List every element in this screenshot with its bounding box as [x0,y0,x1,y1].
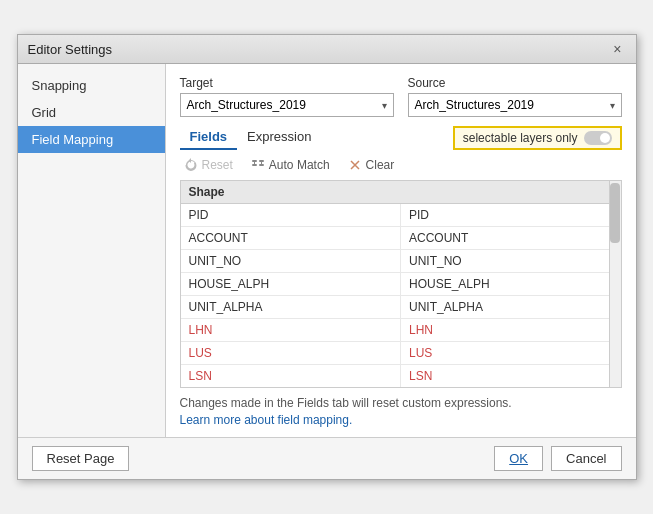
sidebar-item-field-mapping[interactable]: Field Mapping [18,126,165,153]
table-row: UNIT_ALPHA UNIT_ALPHA [181,296,621,319]
table-row: LSN LSN [181,365,621,387]
table-row: LHN LHN [181,319,621,342]
sidebar-item-grid[interactable]: Grid [18,99,165,126]
reset-button[interactable]: Reset [180,156,237,174]
table-cell-right-0: PID [400,204,621,226]
clear-button[interactable]: Clear [344,156,399,174]
table-row: HOUSE_ALPH HOUSE_ALPH [181,273,621,296]
footer-right: OK Cancel [494,446,621,471]
field-table: Shape PID PID ACCOUNT ACCOUNT UNIT_NO UN… [180,180,622,388]
table-cell-right-1: ACCOUNT [400,227,621,249]
table-cell-right-2: UNIT_NO [400,250,621,272]
title-bar: Editor Settings × [18,35,636,64]
tabs: Fields Expression [180,125,322,150]
close-button[interactable]: × [609,41,625,57]
source-dropdown[interactable]: Arch_Structures_2019 ▾ [408,93,622,117]
table-scroll[interactable]: PID PID ACCOUNT ACCOUNT UNIT_NO UNIT_NO … [181,204,621,387]
footer-left: Reset Page [32,446,130,471]
target-value: Arch_Structures_2019 [187,98,306,112]
table-cell-left-6: LUS [181,342,401,364]
scrollbar-track [609,181,621,387]
table-row: LUS LUS [181,342,621,365]
table-cell-left-3: HOUSE_ALPH [181,273,401,295]
sidebar: Snapping Grid Field Mapping [18,64,166,437]
table-cell-left-4: UNIT_ALPHA [181,296,401,318]
tab-expression[interactable]: Expression [237,125,321,150]
auto-match-button[interactable]: Auto Match [247,156,334,174]
selectable-label: selectable layers only [463,131,578,145]
svg-rect-3 [259,164,264,166]
table-header: Shape [181,181,621,204]
target-group: Target Arch_Structures_2019 ▾ [180,76,394,117]
cancel-button[interactable]: Cancel [551,446,621,471]
source-group: Source Arch_Structures_2019 ▾ [408,76,622,117]
sidebar-item-snapping[interactable]: Snapping [18,72,165,99]
svg-rect-0 [252,160,257,162]
selectable-toggle[interactable] [584,131,612,145]
tab-fields[interactable]: Fields [180,125,238,150]
table-cell-right-6: LUS [400,342,621,364]
table-cell-left-5: LHN [181,319,401,341]
scrollbar-thumb[interactable] [610,183,620,243]
info-text: Changes made in the Fields tab will rese… [180,396,622,410]
table-cell-right-7: LSN [400,365,621,387]
table-cell-right-3: HOUSE_ALPH [400,273,621,295]
source-dropdown-arrow: ▾ [610,100,615,111]
dialog-footer: Reset Page OK Cancel [18,437,636,479]
table-cell-left-7: LSN [181,365,401,387]
main-content: Target Arch_Structures_2019 ▾ Source Arc… [166,64,636,437]
editor-settings-dialog: Editor Settings × Snapping Grid Field Ma… [17,34,637,480]
table-cell-left-1: ACCOUNT [181,227,401,249]
dialog-title: Editor Settings [28,42,113,57]
reset-icon [184,158,198,172]
svg-rect-1 [252,164,257,166]
target-source-row: Target Arch_Structures_2019 ▾ Source Arc… [180,76,622,117]
target-dropdown[interactable]: Arch_Structures_2019 ▾ [180,93,394,117]
target-dropdown-arrow: ▾ [382,100,387,111]
automatch-icon [251,158,265,172]
target-label: Target [180,76,394,90]
ok-button[interactable]: OK [494,446,543,471]
table-row: UNIT_NO UNIT_NO [181,250,621,273]
table-cell-left-0: PID [181,204,401,226]
table-row: PID PID [181,204,621,227]
table-cell-right-5: LHN [400,319,621,341]
source-value: Arch_Structures_2019 [415,98,534,112]
tabs-row: Fields Expression selectable layers only [180,125,622,150]
selectable-layers-box[interactable]: selectable layers only [453,126,622,150]
table-cell-right-4: UNIT_ALPHA [400,296,621,318]
learn-more-link[interactable]: Learn more about field mapping. [180,413,353,427]
svg-rect-2 [259,160,264,162]
dialog-body: Snapping Grid Field Mapping Target Arch_… [18,64,636,437]
table-row: ACCOUNT ACCOUNT [181,227,621,250]
source-label: Source [408,76,622,90]
reset-page-button[interactable]: Reset Page [32,446,130,471]
toolbar: Reset Auto Match [180,156,622,174]
clear-icon [348,158,362,172]
table-cell-left-2: UNIT_NO [181,250,401,272]
